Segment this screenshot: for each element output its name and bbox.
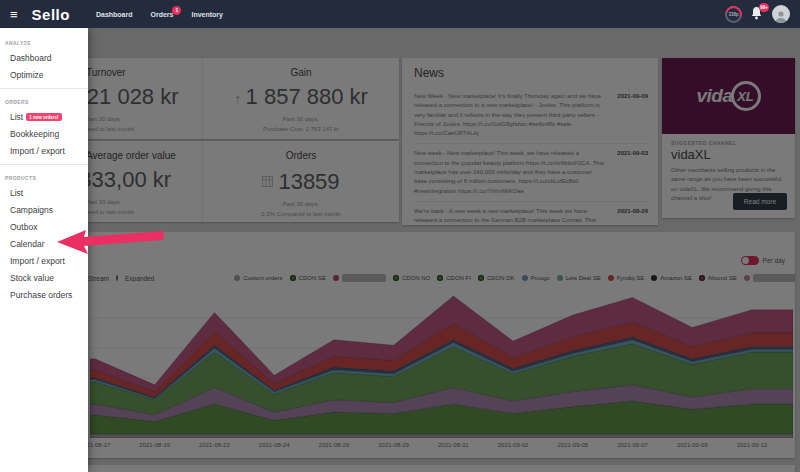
sidebar-item-label: Outbox <box>10 222 37 232</box>
sidebar-item-purchase-orders[interactable]: Purchase orders <box>0 286 88 303</box>
user-avatar[interactable] <box>772 5 790 23</box>
sidebar-section-products: PRODUCTS <box>5 175 88 181</box>
sidebar-item-list[interactable]: List <box>0 184 88 201</box>
sidebar-item-label: Import / export <box>10 256 65 266</box>
quota-ring-indicator[interactable]: 338p <box>725 6 742 23</box>
sidebar-item-label: Bookkeeping <box>10 129 59 139</box>
navbar-right: 338p 99+ <box>725 5 790 23</box>
sello-dashboard: Turnover 14 721 028 kr Past 30 days. Com… <box>0 0 800 472</box>
annotation-arrow <box>54 226 166 256</box>
sidebar-item-label: Purchase orders <box>10 290 72 300</box>
sello-logo[interactable]: Sello <box>32 6 70 23</box>
sidebar-item-optimize[interactable]: Optimize <box>0 66 88 83</box>
notifications-bell[interactable]: 99+ <box>750 6 764 22</box>
sidebar-item-label: Optimize <box>10 70 44 80</box>
quota-progress-arc <box>722 2 745 25</box>
sidebar-item-label: Stock value <box>10 273 54 283</box>
nav-item-badge: 1 <box>172 6 181 15</box>
sidebar-item-label: List <box>10 188 23 198</box>
sidebar-item-label: List <box>10 112 23 122</box>
sidebar-item-list[interactable]: List1 new orders! <box>0 108 88 125</box>
top-navbar: ≡ Sello DashboardOrders1Inventory 338p 9… <box>0 0 800 28</box>
sidebar-item-label: Campaigns <box>10 205 53 215</box>
new-orders-badge: 1 new orders! <box>26 113 61 121</box>
sidebar-item-bookkeeping[interactable]: Bookkeeping <box>0 125 88 142</box>
sidebar-item-import-export[interactable]: Import / export <box>0 142 88 159</box>
person-icon <box>774 10 788 23</box>
sidebar-item-stock-value[interactable]: Stock value <box>0 269 88 286</box>
sidebar-section-analyze: ANALYZE <box>5 40 88 46</box>
nav-item-orders[interactable]: Orders1 <box>151 11 174 18</box>
nav-item-dashboard[interactable]: Dashboard <box>96 11 133 18</box>
sidebar-item-label: Calendar <box>10 239 45 249</box>
menu-hamburger-icon[interactable]: ≡ <box>10 7 18 22</box>
sidebar-divider <box>0 164 88 165</box>
nav-links: DashboardOrders1Inventory <box>96 11 223 18</box>
sidebar-item-dashboard[interactable]: Dashboard <box>0 49 88 66</box>
sidebar-item-campaigns[interactable]: Campaigns <box>0 201 88 218</box>
sidebar-item-label: Dashboard <box>10 53 52 63</box>
sidebar-item-label: Import / export <box>10 146 65 156</box>
bell-badge: 99+ <box>759 3 769 12</box>
sidebar-section-orders: ORDERS <box>5 99 88 105</box>
nav-item-inventory[interactable]: Inventory <box>191 11 223 18</box>
sidebar-divider <box>0 88 88 89</box>
